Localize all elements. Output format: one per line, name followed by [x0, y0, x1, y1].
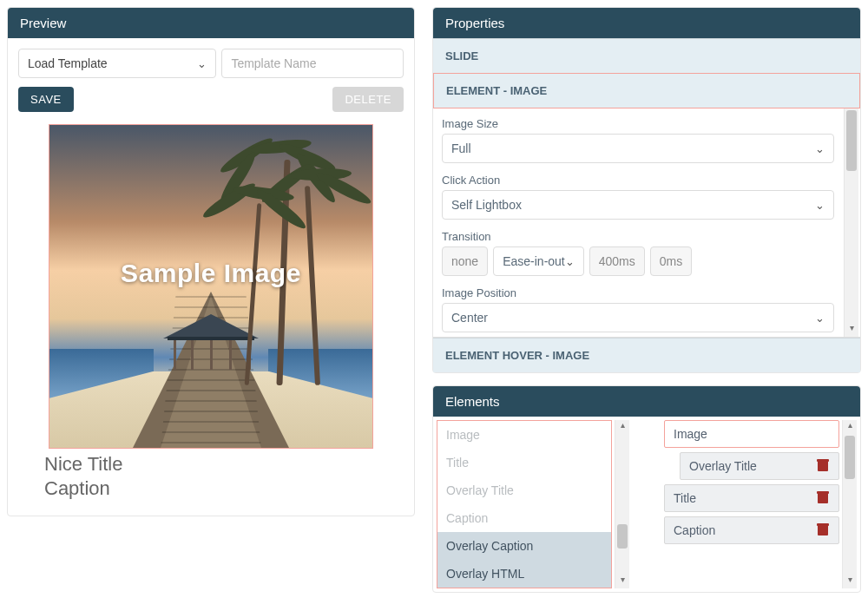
scroll-down-icon[interactable]: ▾ — [615, 575, 629, 588]
preview-image[interactable]: Sample Image — [49, 124, 373, 449]
accordion-slide[interactable]: SLIDE — [433, 38, 860, 73]
trash-icon[interactable] — [816, 523, 830, 537]
input-transition-delay[interactable]: 0ms — [650, 246, 692, 276]
scroll-up-icon[interactable]: ▴ — [843, 420, 857, 434]
scroll-thumb[interactable] — [617, 524, 628, 549]
accordion-element-image[interactable]: ELEMENT - IMAGE — [433, 73, 860, 108]
template-name-input[interactable]: Template Name — [221, 49, 404, 78]
load-template-select[interactable]: Load Template ⌄ — [18, 49, 216, 78]
trash-icon[interactable] — [816, 491, 830, 505]
accordion-hover-image[interactable]: ELEMENT HOVER - IMAGE — [433, 338, 860, 372]
elements-header: Elements — [433, 386, 860, 417]
properties-form: Image Size Full ⌄ Click Action Self Ligh… — [433, 108, 860, 338]
properties-panel: Properties SLIDE ELEMENT - IMAGE Image S… — [432, 7, 861, 373]
select-click-action[interactable]: Self Lightbox ⌄ — [442, 190, 834, 220]
assigned-elements-list: Image Overlay Title Title Caption — [664, 420, 839, 544]
available-elements-list: Image Title Overlay Title Caption Overla… — [437, 420, 612, 588]
scroll-down-icon[interactable]: ▾ — [845, 323, 858, 337]
label-transition: Transition — [442, 230, 834, 243]
preview-panel: Preview Load Template ⌄ Template Name SA… — [7, 7, 415, 516]
input-transition-type[interactable]: none — [442, 246, 488, 276]
chevron-down-icon: ⌄ — [565, 255, 575, 268]
preview-title: Nice Title — [44, 452, 378, 476]
scroll-thumb[interactable] — [846, 110, 857, 171]
properties-header: Properties — [433, 8, 860, 38]
properties-scrollbar[interactable]: ▴ ▾ — [844, 108, 858, 337]
available-item-caption[interactable]: Caption — [437, 504, 611, 532]
input-transition-duration[interactable]: 400ms — [589, 246, 645, 276]
scroll-thumb[interactable] — [845, 436, 855, 479]
select-transition-ease[interactable]: Ease-in-out ⌄ — [493, 246, 584, 276]
available-scrollbar[interactable]: ▴ ▾ — [615, 420, 629, 588]
select-image-position[interactable]: Center ⌄ — [442, 303, 834, 332]
assigned-item-title[interactable]: Title — [664, 484, 839, 512]
available-item-overlay-caption[interactable]: Overlay Caption — [437, 532, 611, 560]
preview-header: Preview — [8, 8, 414, 38]
assigned-scrollbar[interactable]: ▴ ▾ — [842, 420, 857, 588]
assigned-item-overlay-title[interactable]: Overlay Title — [680, 452, 839, 480]
delete-button[interactable]: DELETE — [332, 87, 404, 112]
preview-caption: Caption — [44, 476, 378, 501]
chevron-down-icon: ⌄ — [815, 142, 825, 155]
available-item-title[interactable]: Title — [437, 449, 611, 476]
available-item-overlay-title[interactable]: Overlay Title — [437, 476, 611, 504]
scroll-up-icon[interactable]: ▴ — [615, 420, 629, 434]
load-template-label: Load Template — [28, 56, 108, 70]
save-button[interactable]: SAVE — [18, 87, 74, 112]
select-image-size[interactable]: Full ⌄ — [442, 134, 834, 163]
label-image-position: Image Position — [442, 286, 834, 299]
scroll-down-icon[interactable]: ▾ — [843, 575, 857, 588]
assigned-item-caption[interactable]: Caption — [664, 516, 839, 544]
chevron-down-icon: ⌄ — [815, 312, 825, 325]
chevron-down-icon: ⌄ — [197, 57, 207, 70]
available-item-image[interactable]: Image — [437, 421, 611, 449]
label-click-action: Click Action — [442, 174, 834, 187]
overlay-text: Sample Image — [121, 259, 301, 288]
chevron-down-icon: ⌄ — [815, 199, 825, 212]
assigned-item-image[interactable]: Image — [664, 420, 839, 448]
trash-icon[interactable] — [816, 459, 830, 473]
available-item-overlay-html[interactable]: Overlay HTML — [437, 560, 611, 588]
elements-panel: Elements Image Title Overlay Title Capti… — [432, 385, 861, 593]
label-image-size: Image Size — [442, 117, 834, 130]
